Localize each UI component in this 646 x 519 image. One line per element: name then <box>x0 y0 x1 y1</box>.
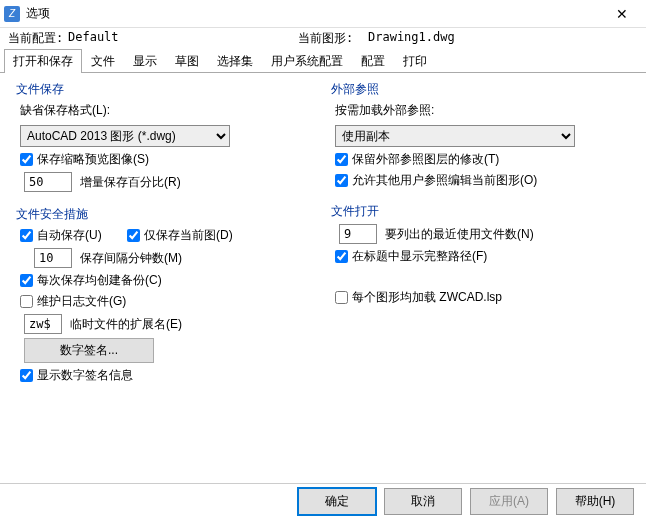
default-format-label: 缺省保存格式(L): <box>20 102 315 119</box>
app-icon: Z <box>4 6 20 22</box>
allowedit-label: 允许其他用户参照编辑当前图形(O) <box>352 172 537 189</box>
recent-label: 要列出的最近使用文件数(N) <box>385 226 534 243</box>
xref-load-label: 按需加载外部参照: <box>335 102 630 119</box>
tab-print[interactable]: 打印 <box>394 49 436 73</box>
xref-title: 外部参照 <box>331 81 630 98</box>
tmpext-input[interactable] <box>24 314 62 334</box>
onlycurrent-checkbox[interactable] <box>127 229 140 242</box>
keeplayer-label: 保留外部参照图层的修改(T) <box>352 151 499 168</box>
interval-input[interactable] <box>34 248 72 268</box>
increment-label: 增量保存百分比(R) <box>80 174 181 191</box>
allowedit-checkbox[interactable] <box>335 174 348 187</box>
apply-button[interactable]: 应用(A) <box>470 488 548 515</box>
window-title: 选项 <box>26 5 602 22</box>
digital-sign-button[interactable]: 数字签名... <box>24 338 154 363</box>
close-icon[interactable]: ✕ <box>602 2 642 26</box>
showsig-checkbox[interactable] <box>20 369 33 382</box>
thumbnail-checkbox[interactable] <box>20 153 33 166</box>
autosave-label: 自动保存(U) <box>37 227 127 244</box>
backup-label: 每次保存均创建备份(C) <box>37 272 162 289</box>
ok-button[interactable]: 确定 <box>298 488 376 515</box>
recent-input[interactable] <box>339 224 377 244</box>
tab-open-save[interactable]: 打开和保存 <box>4 49 82 73</box>
tab-bar: 打开和保存 文件 显示 草图 选择集 用户系统配置 配置 打印 <box>0 49 646 73</box>
backup-checkbox[interactable] <box>20 274 33 287</box>
tab-user-sys[interactable]: 用户系统配置 <box>262 49 352 73</box>
lsp-label: 每个图形均加载 ZWCAD.lsp <box>352 289 502 306</box>
fullpath-label: 在标题中显示完整路径(F) <box>352 248 487 265</box>
tab-selection[interactable]: 选择集 <box>208 49 262 73</box>
file-save-title: 文件保存 <box>16 81 315 98</box>
onlycurrent-label: 仅保存当前图(D) <box>144 227 233 244</box>
current-profile-label: 当前配置: <box>8 30 68 47</box>
tab-file[interactable]: 文件 <box>82 49 124 73</box>
log-checkbox[interactable] <box>20 295 33 308</box>
current-drawing-label: 当前图形: <box>298 30 368 47</box>
default-format-select[interactable]: AutoCAD 2013 图形 (*.dwg) <box>20 125 230 147</box>
tab-config[interactable]: 配置 <box>352 49 394 73</box>
thumbnail-label: 保存缩略预览图像(S) <box>37 151 149 168</box>
interval-label: 保存间隔分钟数(M) <box>80 250 182 267</box>
tab-draft[interactable]: 草图 <box>166 49 208 73</box>
fullpath-checkbox[interactable] <box>335 250 348 263</box>
current-profile-value: Default <box>68 30 298 47</box>
xref-load-select[interactable]: 使用副本 <box>335 125 575 147</box>
file-safety-title: 文件安全措施 <box>16 206 315 223</box>
lsp-checkbox[interactable] <box>335 291 348 304</box>
cancel-button[interactable]: 取消 <box>384 488 462 515</box>
current-drawing-value: Drawing1.dwg <box>368 30 455 47</box>
showsig-label: 显示数字签名信息 <box>37 367 133 384</box>
tmpext-label: 临时文件的扩展名(E) <box>70 316 182 333</box>
keeplayer-checkbox[interactable] <box>335 153 348 166</box>
increment-input[interactable] <box>24 172 72 192</box>
file-open-title: 文件打开 <box>331 203 630 220</box>
autosave-checkbox[interactable] <box>20 229 33 242</box>
tab-display[interactable]: 显示 <box>124 49 166 73</box>
log-label: 维护日志文件(G) <box>37 293 126 310</box>
help-button[interactable]: 帮助(H) <box>556 488 634 515</box>
